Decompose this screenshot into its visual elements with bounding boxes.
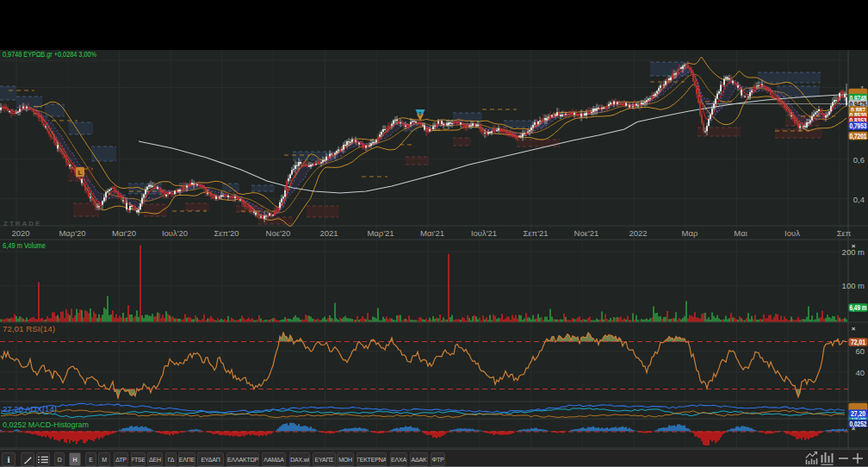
svg-text:Μαρ'21: Μαρ'21 bbox=[367, 228, 394, 238]
svg-text:60: 60 bbox=[855, 346, 865, 356]
svg-text:0,7201: 0,7201 bbox=[850, 132, 867, 140]
svg-text:100 m: 100 m bbox=[842, 281, 865, 290]
svg-text:27,20: 27,20 bbox=[851, 409, 865, 418]
svg-text:Μαρ'20: Μαρ'20 bbox=[59, 228, 85, 238]
svg-text:6,49 m Volume: 6,49 m Volume bbox=[3, 241, 46, 250]
svg-text:Σεπ'20: Σεπ'20 bbox=[214, 228, 239, 238]
svg-text:0,0252 MACD-Histogram: 0,0252 MACD-Histogram bbox=[3, 420, 89, 429]
svg-text:Ιουλ'20: Ιουλ'20 bbox=[162, 228, 188, 238]
svg-text:Μαρ: Μαρ bbox=[682, 228, 698, 238]
svg-text:72,01: 72,01 bbox=[851, 338, 865, 346]
svg-text:×: × bbox=[852, 242, 856, 250]
svg-text:L: L bbox=[78, 169, 83, 177]
svg-text:0,7953: 0,7953 bbox=[850, 121, 867, 130]
svg-text:Σεπ'21: Σεπ'21 bbox=[523, 228, 548, 238]
svg-text:Σεπ: Σεπ bbox=[837, 228, 852, 238]
svg-text:ΖTRADE: ΖTRADE bbox=[3, 220, 41, 227]
svg-text:Μαι'20: Μαι'20 bbox=[112, 228, 136, 238]
svg-text:2020: 2020 bbox=[11, 228, 29, 238]
svg-text:0,0252: 0,0252 bbox=[850, 420, 867, 428]
svg-text:27,20 ADX(14): 27,20 ADX(14) bbox=[3, 405, 57, 414]
svg-text:Μαι'21: Μαι'21 bbox=[420, 228, 444, 238]
svg-text:Νοε'20: Νοε'20 bbox=[266, 228, 291, 238]
svg-text:40: 40 bbox=[855, 368, 865, 377]
svg-text:Σ: Σ bbox=[418, 111, 422, 116]
svg-text:0,4: 0,4 bbox=[853, 195, 865, 204]
svg-text:2022: 2022 bbox=[629, 228, 647, 238]
svg-text:Νοε'21: Νοε'21 bbox=[574, 228, 599, 238]
svg-text:72,01 RSI(14): 72,01 RSI(14) bbox=[3, 325, 55, 333]
svg-text:Ιουλ'21: Ιουλ'21 bbox=[471, 228, 497, 238]
svg-text:2021: 2021 bbox=[319, 228, 338, 238]
svg-text:0,9748 ΕΥΡΩΒ.gr +0,0284 3,00%: 0,9748 ΕΥΡΩΒ.gr +0,0284 3,00% bbox=[3, 49, 96, 59]
svg-text:0,6: 0,6 bbox=[853, 155, 865, 165]
svg-text:Μαι: Μαι bbox=[734, 228, 747, 238]
svg-text:×: × bbox=[852, 325, 856, 333]
svg-text:Ιουλ: Ιουλ bbox=[784, 228, 800, 238]
svg-text:6,49 m: 6,49 m bbox=[850, 303, 867, 312]
